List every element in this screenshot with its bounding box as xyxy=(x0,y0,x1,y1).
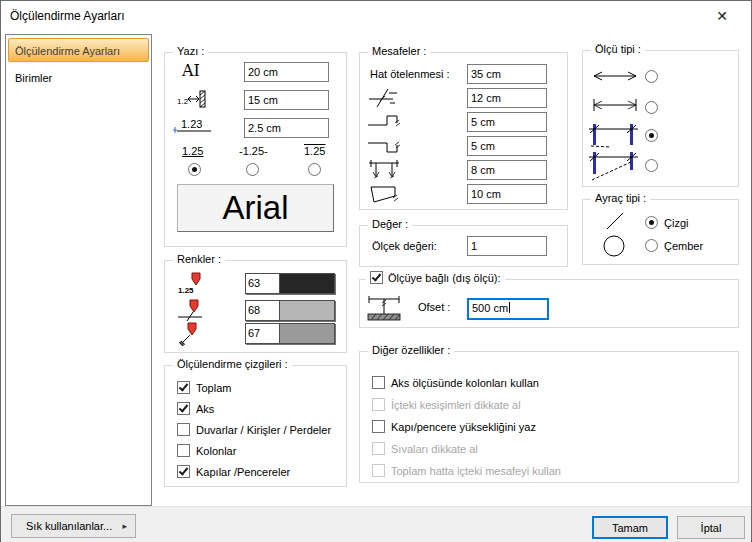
group-deger-title: Değer : xyxy=(368,218,412,230)
dimension-line-color-icon xyxy=(178,299,208,323)
group-cizgiler: Ölçülendirme çizgileri : Toplam Aks Duva… xyxy=(164,365,347,487)
text-position-above-label: 1.25 xyxy=(182,145,203,157)
font-select-button[interactable]: Arial xyxy=(177,184,334,232)
checkbox-row-duvarlar: Duvarlar / Kirişler / Perdeler xyxy=(177,423,331,436)
olcuye-bagli-checkbox[interactable] xyxy=(370,271,383,284)
kapi-pencere-yukseklik-checkbox[interactable] xyxy=(372,420,385,433)
witness-line-color-icon xyxy=(178,322,208,346)
dialog-olculendirme-ayarlari: Ölçülendirme Ayarları ✕ Ölçülendirme Aya… xyxy=(0,0,752,542)
axis-distance-icon xyxy=(368,87,404,109)
text-width-icon: 1.2 xyxy=(177,87,207,109)
kolonlar-checkbox[interactable] xyxy=(177,444,190,457)
offset-icon xyxy=(366,294,404,322)
checkbox-row-kapi-pencere-yukseklik: Kapı/pencere yüksekliğini yaz xyxy=(372,420,536,433)
aks-olcusunde-label: Aks ölçüsünde kolonları kullan xyxy=(391,377,539,389)
aks-checkbox[interactable] xyxy=(177,402,190,415)
aks-olcusunde-checkbox[interactable] xyxy=(372,376,385,389)
group-olcu-tipi-title: Ölçü tipi : xyxy=(591,43,645,55)
hat-otelenmesi-input[interactable]: 35 cm xyxy=(467,64,547,84)
circle-separator-icon xyxy=(602,234,628,260)
group-diger-title: Diğer özellikler : xyxy=(368,344,454,356)
color-swatch xyxy=(280,324,334,343)
duvarlar-checkbox[interactable] xyxy=(177,423,190,436)
wall-above-distance-icon xyxy=(368,111,404,133)
checkbox-row-kolonlar: Kolonlar xyxy=(177,444,236,457)
svg-text:1.23: 1.23 xyxy=(181,118,202,130)
cember-radio[interactable] xyxy=(645,239,658,252)
text-caret xyxy=(509,302,510,313)
axis-distance-input[interactable]: 12 cm xyxy=(467,88,547,108)
cizgi-radio[interactable] xyxy=(645,216,658,229)
color-swatch xyxy=(280,274,334,293)
icteki-kesisimler-label: İçteki kesişimleri dikkate al xyxy=(391,399,521,411)
radio-row-cember: Çember xyxy=(645,239,703,252)
checkbox-row-toplam: Toplam xyxy=(177,381,231,394)
decimal-precision-input[interactable]: 2.5 cm xyxy=(244,118,329,138)
dim-type-witness-radio[interactable] xyxy=(645,129,658,142)
color-number: 63 xyxy=(246,274,280,293)
dim-type-witness-diagonal-radio[interactable] xyxy=(645,159,658,172)
kapilar-checkbox[interactable] xyxy=(177,465,190,478)
toplam-label: Toplam xyxy=(196,382,231,394)
icteki-kesisimler-checkbox xyxy=(372,398,385,411)
polygon-distance-input[interactable]: 10 cm xyxy=(467,184,547,204)
dimension-text-color-icon: 1.25 xyxy=(178,272,208,296)
color-button-text[interactable]: 63 xyxy=(245,273,335,294)
sidebar-item-birimler[interactable]: Birimler xyxy=(8,65,149,89)
text-position-inline-radio[interactable] xyxy=(246,163,259,176)
wall-below-distance-input[interactable]: 5 cm xyxy=(467,136,547,156)
dim-type-witness-diagonal-icon xyxy=(589,150,639,182)
door-window-distance-input[interactable]: 8 cm xyxy=(467,160,547,180)
svg-text:AI: AI xyxy=(181,61,200,80)
svg-text:1.25: 1.25 xyxy=(178,286,194,295)
cember-label: Çember xyxy=(664,240,703,252)
group-diger-ozellikler: Diğer özellikler : Aks ölçüsünde kolonla… xyxy=(359,351,739,483)
offset-input[interactable]: 500 cm xyxy=(467,298,549,320)
slash-separator-icon xyxy=(605,210,627,232)
text-offset-input[interactable]: 15 cm xyxy=(244,90,329,110)
favorites-button[interactable]: Sık kullanılanlar... ▸ xyxy=(11,514,136,538)
text-position-below-label: 1.25 xyxy=(304,145,325,157)
offset-label: Ofset : xyxy=(418,301,450,313)
svg-text:1.2: 1.2 xyxy=(177,97,189,106)
olcuye-bagli-header: Ölçüye bağlı (dış ölçü): xyxy=(366,271,505,284)
group-olcu-tipi: Ölçü tipi : xyxy=(582,50,739,187)
close-icon: ✕ xyxy=(716,8,728,24)
dim-type-witness-icon xyxy=(589,122,639,148)
group-ayrac-tipi: Ayraç tipi : Çizgi Çember xyxy=(582,199,739,265)
dim-type-plain-arrow-radio[interactable] xyxy=(645,70,658,83)
group-cizgiler-title: Ölçülendirme çizgileri : xyxy=(173,358,292,370)
text-decimals-icon: 1.23 xyxy=(173,115,213,137)
kapi-pencere-yukseklik-label: Kapı/pencere yüksekliğini yaz xyxy=(391,421,536,433)
hat-otelenmesi-label: Hat ötelenmesi : xyxy=(370,68,449,80)
color-button-line[interactable]: 68 xyxy=(245,300,335,321)
aks-label: Aks xyxy=(196,403,214,415)
text-height-icon: AI xyxy=(181,59,209,81)
toplam-hatta-label: Toplam hatta içteki mesafeyi kullan xyxy=(391,465,561,477)
kapilar-label: Kapılar /Pencereler xyxy=(196,466,290,478)
cizgi-label: Çizgi xyxy=(664,217,688,229)
close-button[interactable]: ✕ xyxy=(705,5,739,27)
checkbox-row-toplam-hatta: Toplam hatta içteki mesafeyi kullan xyxy=(372,464,561,477)
checkbox-row-kapilar: Kapılar /Pencereler xyxy=(177,465,290,478)
text-height-input[interactable]: 20 cm xyxy=(244,62,329,82)
text-position-above-radio[interactable] xyxy=(188,163,201,176)
wall-above-distance-input[interactable]: 5 cm xyxy=(467,112,547,132)
menu-arrow-icon: ▸ xyxy=(122,521,127,531)
dim-type-plain-arrow-icon xyxy=(591,69,639,83)
dim-type-ticked-line-radio[interactable] xyxy=(645,101,658,114)
group-ayrac-tipi-title: Ayraç tipi : xyxy=(591,192,650,204)
toplam-checkbox[interactable] xyxy=(177,381,190,394)
cancel-button[interactable]: İptal xyxy=(677,516,745,539)
ok-button[interactable]: Tamam xyxy=(592,516,668,539)
olcuye-bagli-label: Ölçüye bağlı (dış ölçü): xyxy=(388,272,501,284)
color-button-witness[interactable]: 67 xyxy=(245,323,335,344)
group-renkler: Renkler : 1.25 63 68 67 xyxy=(164,260,347,353)
text-position-below-radio[interactable] xyxy=(308,163,321,176)
sidebar-item-olculendirme-ayarlari[interactable]: Ölçülendirme Ayarları xyxy=(8,38,149,62)
group-mesafeler-title: Mesafeler : xyxy=(368,45,430,57)
titlebar: Ölçülendirme Ayarları ✕ xyxy=(1,1,751,31)
color-number: 67 xyxy=(246,324,280,343)
olcek-degeri-input[interactable]: 1 xyxy=(467,236,547,256)
offset-value: 500 cm xyxy=(472,302,508,314)
